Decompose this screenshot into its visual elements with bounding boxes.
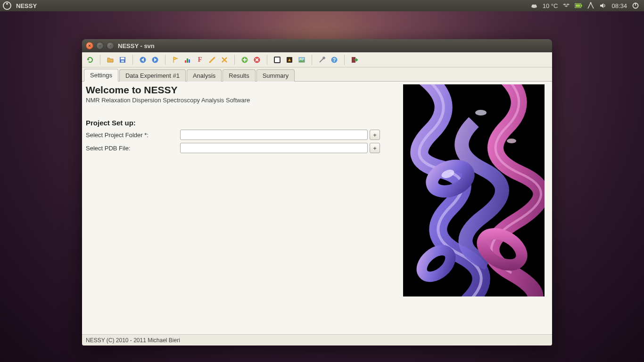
status-text: NESSY (C) 2010 - 2011 Michael Bieri xyxy=(86,337,180,344)
window-minimize-button[interactable]: − xyxy=(96,42,104,49)
window-title: NESSY - svn xyxy=(118,42,155,49)
ubuntu-logo-icon[interactable] xyxy=(3,1,11,10)
content-area: Welcome to NESSY NMR Relaxation Dispersi… xyxy=(82,82,552,334)
battery-icon[interactable] xyxy=(575,2,582,9)
tools-icon[interactable] xyxy=(317,55,327,65)
welcome-heading: Welcome to NESSY xyxy=(86,84,394,96)
pdb-file-browse-button[interactable]: + xyxy=(370,143,380,153)
welcome-subtitle: NMR Relaxation Dispersion Spectroscopy A… xyxy=(86,97,394,104)
power-icon[interactable] xyxy=(632,2,639,9)
flag-yellow-icon[interactable] xyxy=(170,55,181,65)
protein-ribbon-image xyxy=(403,84,545,296)
svg-rect-4 xyxy=(576,4,580,7)
open-icon[interactable] xyxy=(105,55,116,65)
project-setup-heading: Project Set up: xyxy=(86,119,394,127)
tab-results[interactable]: Results xyxy=(223,69,255,82)
clock-label[interactable]: 08:34 xyxy=(611,2,627,9)
pdb-file-label: Select PDB File: xyxy=(86,145,180,152)
svg-point-32 xyxy=(475,110,487,115)
dropbox-icon[interactable] xyxy=(562,2,570,9)
svg-rect-14 xyxy=(185,60,186,63)
svg-rect-5 xyxy=(581,5,582,7)
remove-icon[interactable] xyxy=(252,55,262,65)
help-icon[interactable]: ? xyxy=(329,55,339,65)
chart-icon[interactable] xyxy=(182,55,193,65)
window-close-button[interactable]: × xyxy=(86,42,93,49)
forward-icon[interactable] xyxy=(150,55,160,65)
exit-icon[interactable] xyxy=(349,55,360,65)
tab-data-experiment-1[interactable]: Data Experiment #1 xyxy=(119,69,186,82)
dark-square-icon[interactable] xyxy=(284,55,295,65)
project-folder-label: Select Project Folder *: xyxy=(86,132,180,139)
temperature-label: 10 °C xyxy=(543,2,558,9)
pencil-icon[interactable] xyxy=(207,55,217,65)
svg-rect-15 xyxy=(187,58,188,63)
svg-rect-10 xyxy=(121,58,124,59)
active-app-name: NESSY xyxy=(16,2,37,9)
project-folder-browse-button[interactable]: + xyxy=(370,130,380,140)
svg-rect-16 xyxy=(189,59,190,63)
project-folder-row: Select Project Folder *: + xyxy=(86,130,394,140)
weather-icon[interactable] xyxy=(530,2,538,9)
tab-bar: Settings Data Experiment #1 Analysis Res… xyxy=(82,67,552,82)
network-icon[interactable] xyxy=(587,2,594,9)
svg-rect-11 xyxy=(121,60,124,62)
pdb-file-row: Select PDB File: + xyxy=(86,143,394,153)
letter-f-icon[interactable]: F xyxy=(195,55,205,65)
status-bar: NESSY (C) 2010 - 2011 Michael Bieri xyxy=(82,334,552,346)
toolbar: F ? xyxy=(82,52,552,67)
cross-x-icon[interactable] xyxy=(219,55,230,65)
window-titlebar[interactable]: × − ▫ NESSY - svn xyxy=(82,39,552,52)
svg-point-2 xyxy=(534,5,537,7)
volume-icon[interactable] xyxy=(599,2,607,9)
stop-square-icon[interactable] xyxy=(272,55,282,65)
refresh-icon[interactable] xyxy=(85,55,95,65)
back-icon[interactable] xyxy=(138,55,148,65)
save-icon[interactable] xyxy=(117,55,128,65)
tab-summary[interactable]: Summary xyxy=(256,69,295,82)
tab-analysis[interactable]: Analysis xyxy=(187,69,222,82)
app-window: × − ▫ NESSY - svn F ? Settings xyxy=(82,39,552,346)
tab-settings[interactable]: Settings xyxy=(84,69,118,82)
pdb-file-input[interactable] xyxy=(180,143,368,153)
svg-rect-19 xyxy=(274,57,280,63)
svg-point-33 xyxy=(507,139,516,143)
add-icon[interactable] xyxy=(239,55,250,65)
picture-icon[interactable] xyxy=(297,55,307,65)
window-maximize-button[interactable]: ▫ xyxy=(107,42,114,49)
svg-point-6 xyxy=(590,2,592,4)
system-top-panel: NESSY 10 °C 08:34 xyxy=(0,0,644,11)
svg-point-22 xyxy=(300,58,302,59)
project-folder-input[interactable] xyxy=(180,130,368,140)
svg-text:?: ? xyxy=(333,58,336,63)
